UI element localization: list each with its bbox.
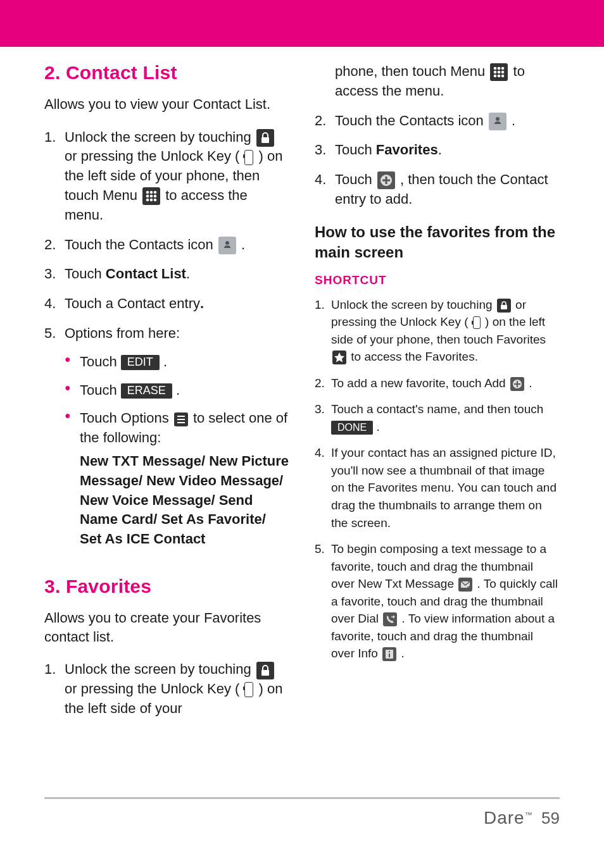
svg-point-17 (501, 67, 505, 70)
svg-point-23 (501, 75, 505, 78)
shortcut-step: 3. Touch a contact's name, and then touc… (315, 400, 560, 435)
step-text: Options from here: (65, 325, 180, 341)
step-text: Touch a Contact entry (65, 295, 200, 311)
step-item: 4. Touch a Contact entry. (44, 294, 289, 314)
svg-point-10 (225, 241, 229, 245)
step-text: to access the Favorites. (351, 350, 478, 363)
step-number: 5. (44, 324, 56, 344)
dial-icon (383, 612, 397, 626)
contacts-icon (489, 113, 506, 130)
step-text: . (438, 142, 442, 158)
footer-divider (44, 797, 560, 799)
svg-point-19 (498, 71, 501, 74)
bullet-item: Touch EDIT . (65, 352, 289, 372)
step-number: 1. (315, 296, 325, 314)
section-intro-contact-list: Allows you to view your Contact List. (44, 95, 289, 114)
shortcut-step: 5. To begin composing a text message to … (315, 540, 560, 662)
step-text-bold: Favorites (376, 142, 438, 158)
svg-point-4 (146, 195, 149, 198)
step-number: 4. (315, 170, 326, 190)
page-number: 59 (541, 809, 560, 828)
svg-point-8 (150, 199, 153, 202)
side-key-icon (244, 150, 253, 165)
section-title-contact-list: 2. Contact List (44, 62, 289, 84)
options-list-icon (174, 412, 188, 426)
lock-icon (497, 299, 511, 313)
favorites-steps-right: phone, then touch Menu to access the men… (315, 62, 560, 209)
step-number: 5. (315, 540, 325, 558)
step-item: 5. Options from here: Touch EDIT . Touch… (44, 324, 289, 549)
header-bar (0, 0, 604, 44)
svg-rect-12 (177, 419, 185, 420)
contacts-icon (218, 237, 236, 254)
info-icon (382, 647, 396, 661)
step-number: 2. (315, 111, 326, 131)
favorites-steps-left: 1. Unlock the screen by touching or pres… (44, 660, 289, 718)
svg-rect-35 (389, 651, 390, 652)
shortcut-step: 1. Unlock the screen by touching or pres… (315, 296, 560, 366)
svg-point-2 (150, 191, 153, 194)
step-text: Touch (335, 171, 376, 187)
bullet-text: . (160, 354, 167, 369)
svg-point-16 (498, 67, 501, 70)
done-pill: DONE (331, 421, 373, 435)
right-column: phone, then touch Menu to access the men… (315, 62, 560, 729)
svg-rect-27 (382, 180, 390, 182)
step-text: Unlock the screen by touching (331, 298, 496, 311)
option-bullets: Touch EDIT . Touch ERASE . Touch Options… (65, 352, 289, 549)
side-key-icon (244, 682, 253, 697)
step-text: . (512, 113, 515, 128)
step-item: 2. Touch the Contacts icon . (44, 235, 289, 255)
svg-point-20 (501, 71, 505, 74)
star-icon (332, 350, 346, 364)
bullet-text: Touch Options (80, 410, 173, 426)
step-number: 2. (315, 375, 325, 392)
step-text-bold: . (200, 295, 204, 311)
step-item: 4. Touch , then touch the Contact entry … (315, 170, 560, 209)
step-text: If your contact has an assigned picture … (331, 446, 557, 529)
step-number: 4. (315, 444, 325, 462)
bullet-item: Touch Options to select one of the follo… (65, 409, 289, 549)
step-number: 1. (44, 128, 56, 147)
step-text: Touch a contact's name, and then touch (331, 402, 543, 416)
svg-rect-36 (389, 654, 390, 657)
lock-icon (256, 662, 274, 679)
section-intro-favorites: Allows you to create your Favorites cont… (44, 609, 289, 646)
favorites-subheading: How to use the favorites from the main s… (315, 222, 560, 263)
bullet-item: Touch ERASE . (65, 381, 289, 400)
step-text: Touch (335, 142, 376, 158)
step-text: Unlock the screen by touching (65, 661, 255, 677)
svg-point-22 (498, 75, 501, 78)
step-text: Touch the Contacts icon (335, 113, 488, 128)
message-icon (458, 578, 472, 592)
step-item: 2. Touch the Contacts icon . (315, 111, 560, 131)
svg-point-1 (146, 191, 149, 194)
footer-text: Dare™ 59 (44, 808, 560, 828)
options-list-bold: New TXT Message/ New Picture Message/ Ne… (80, 452, 289, 549)
step-item: 3. Touch Contact List. (44, 264, 289, 284)
step-text: or pressing the Unlock Key ( (65, 148, 243, 164)
shortcut-step: 2. To add a new favorite, touch Add . (315, 375, 560, 392)
side-key-icon (473, 316, 481, 329)
plus-icon (377, 171, 395, 189)
svg-point-15 (494, 67, 497, 70)
svg-rect-13 (177, 422, 185, 423)
shortcut-steps: 1. Unlock the screen by touching or pres… (315, 296, 560, 662)
step-text: phone, then touch Menu (335, 63, 489, 79)
step-text: . (186, 266, 190, 282)
step-text: . (401, 647, 405, 660)
step-item: 1. Unlock the screen by touching or pres… (44, 128, 289, 225)
step-number: 2. (44, 235, 56, 255)
svg-point-7 (146, 199, 149, 202)
svg-rect-0 (261, 137, 269, 143)
svg-point-9 (154, 199, 157, 202)
svg-rect-14 (261, 670, 269, 676)
bullet-text: Touch (80, 354, 121, 369)
bullet-text: Touch (80, 382, 121, 398)
step-item-continuation: phone, then touch Menu to access the men… (315, 62, 560, 101)
step-text: Unlock the screen by touching (65, 129, 255, 145)
step-text: . (241, 237, 245, 252)
lock-icon (256, 129, 274, 147)
brand-logo: Dare (484, 808, 525, 828)
svg-point-24 (496, 117, 500, 121)
